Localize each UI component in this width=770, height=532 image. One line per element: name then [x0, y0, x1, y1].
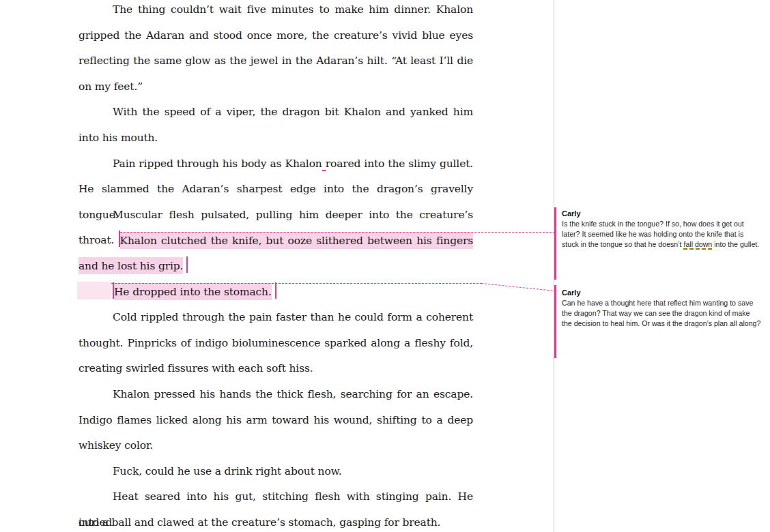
text-segment: Cold rippled through the pain faster tha…	[113, 311, 473, 323]
highlight-indent-block	[77, 282, 111, 299]
comment-connector-line	[111, 283, 482, 284]
text-segment: whiskey color.	[79, 439, 153, 452]
text-segment: gripped the Adaran and stood once more, …	[79, 29, 473, 42]
text-segment: Muscular flesh pulsated, pulling him dee…	[113, 209, 473, 221]
text-line: The thing couldn’t wait five minutes to …	[79, 0, 473, 23]
comment-connector-line	[120, 232, 555, 233]
text-segment: thought. Pinpricks of indigo bioluminesc…	[79, 337, 473, 349]
text-segment: Pain ripped through his body as Khalon	[113, 158, 322, 170]
text-segment: into his mouth.	[79, 132, 158, 144]
text-segment: roared into the slimy gullet.	[326, 158, 473, 170]
comment-card[interactable]: Carly Is the knife stuck in the tongue? …	[562, 209, 761, 250]
text-segment: Fuck, could he use a drink right about n…	[113, 465, 342, 477]
text-line: Cold rippled through the pain faster tha…	[79, 305, 473, 331]
text-line: Fuck, could he use a drink right about n…	[79, 459, 473, 485]
text-segment: into a ball and clawed at the creature’s…	[79, 516, 440, 529]
text-segment: With the speed of a viper, the dragon bi…	[113, 106, 473, 118]
text-line: thought. Pinpricks of indigo bioluminesc…	[79, 331, 473, 357]
text-line: creating swirled fissures with each soft…	[79, 356, 473, 382]
comment-connector-line	[481, 283, 556, 291]
comment-thread-bar[interactable]	[554, 285, 556, 358]
text-segment: on my feet.”	[79, 80, 143, 93]
comment-text: Can he have a thought here that reflect …	[562, 299, 760, 327]
text-line: and he lost his grip.	[79, 254, 473, 280]
text-line: Muscular flesh pulsated, pulling him dee…	[79, 203, 473, 228]
text-line: With the speed of a viper, the dragon bi…	[79, 100, 473, 125]
text-line: He slammed the Adaran’s sharpest edge in…	[79, 177, 473, 203]
document-text-area[interactable]: The thing couldn’t wait five minutes to …	[79, 0, 473, 532]
grammar-flagged-text: fall down	[683, 240, 712, 248]
text-line: Indigo flames licked along his arm towar…	[79, 408, 473, 434]
comment-text: into the gullet.	[712, 240, 759, 248]
text-segment: creating swirled fissures with each soft…	[79, 362, 310, 374]
text-line: Heat seared into his gut, stitching fles…	[79, 484, 473, 510]
text-segment: The thing couldn’t wait five minutes to …	[113, 3, 473, 16]
text-segment: reflecting the same glow as the jewel in…	[79, 55, 473, 67]
text-line: Pain ripped through his body as Khalon r…	[79, 151, 473, 177]
comment-body: Is the knife stuck in the tongue? If so,…	[562, 219, 761, 250]
tracked-insertion: .	[310, 362, 313, 374]
text-line: gripped the Adaran and stood once more, …	[79, 23, 473, 49]
text-line: on my feet.”	[79, 74, 473, 100]
text-segment: throat.	[79, 234, 119, 246]
comment-anchor-marker	[186, 256, 188, 273]
commented-text-highlight[interactable]: and he lost his grip.	[79, 257, 183, 274]
text-line: reflecting the same glow as the jewel in…	[79, 48, 473, 74]
text-line: whiskey color.	[79, 433, 473, 459]
comment-anchor-marker	[275, 282, 276, 299]
comment-body: Can he have a thought here that reflect …	[562, 298, 761, 329]
comment-author: Carly	[562, 288, 761, 298]
comment-card[interactable]: Carly Can he have a thought here that re…	[562, 288, 761, 329]
commented-text-highlight[interactable]: He dropped into the stomach.	[114, 283, 272, 300]
comment-author: Carly	[562, 209, 761, 219]
comment-thread-bar[interactable]	[554, 207, 556, 280]
text-segment: Khalon pressed his hands the thick flesh…	[113, 388, 473, 400]
text-line: Khalon pressed his hands the thick flesh…	[79, 382, 473, 408]
text-segment: Indigo flames licked along his arm towar…	[79, 414, 473, 426]
text-line: into his mouth.	[79, 125, 473, 151]
commented-text-highlight[interactable]: Khalon clutched the knife, but ooze slit…	[120, 232, 473, 249]
text-line: into a ball and clawed at the creature’s…	[79, 510, 473, 532]
